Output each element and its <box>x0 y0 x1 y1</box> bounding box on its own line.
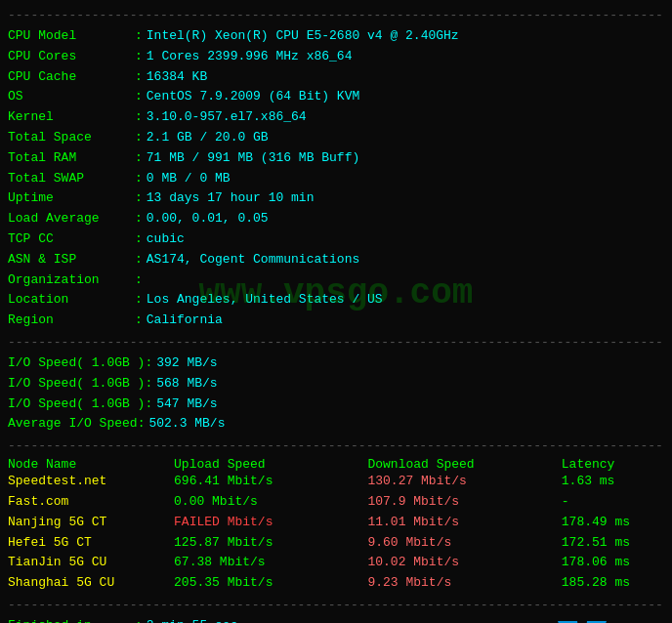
main-container: ----------------------------------------… <box>0 0 672 623</box>
system-value: 13 days 17 hour 10 min <box>147 188 315 209</box>
upload-speed: FAILED Mbit/s <box>174 513 367 533</box>
node-name: Fast.com <box>8 492 174 513</box>
system-value: Intel(R) Xeon(R) CPU E5-2680 v4 @ 2.40GH… <box>147 26 459 47</box>
download-speed: 107.9 Mbit/s <box>367 492 561 513</box>
system-row: CPU Model : Intel(R) Xeon(R) CPU E5-2680… <box>8 26 664 47</box>
node-name: Hefei 5G CT <box>8 533 174 554</box>
logo-area: 海客VPS VPS GO <box>553 616 664 623</box>
system-label: CPU Model <box>8 26 135 47</box>
node-name: Shanghai 5G CU <box>8 573 174 594</box>
download-speed: 9.23 Mbit/s <box>367 573 561 594</box>
col-upload: Upload Speed <box>174 457 367 472</box>
system-label: ASN & ISP <box>8 250 135 270</box>
latency-value: 178.49 ms <box>562 513 664 533</box>
upload-speed: 205.35 Mbit/s <box>174 573 367 594</box>
download-speed: 11.01 Mbit/s <box>367 513 561 533</box>
system-value: CentOS 7.9.2009 (64 Bit) KVM <box>147 87 359 107</box>
system-value: 1 Cores 2399.996 MHz x86_64 <box>147 47 353 67</box>
node-name: Speedtest.net <box>8 472 174 492</box>
io-label: Average I/O Speed <box>8 414 138 435</box>
latency-value: 1.63 ms <box>562 472 664 492</box>
upload-speed: 67.38 Mbit/s <box>174 553 367 573</box>
finished-row: Finished in : 2 min 55 sec <box>8 616 553 623</box>
io-value: 568 MB/s <box>156 374 217 395</box>
io-value: 392 MB/s <box>156 353 217 374</box>
latency-value: 172.51 ms <box>562 533 664 554</box>
network-row: TianJin 5G CU 67.38 Mbit/s 10.02 Mbit/s … <box>8 553 664 573</box>
system-value: 0.00, 0.01, 0.05 <box>147 209 269 229</box>
upload-speed: 0.00 Mbit/s <box>174 492 367 513</box>
latency-value: 178.06 ms <box>562 553 664 573</box>
download-speed: 9.60 Mbit/s <box>367 533 561 554</box>
io-value: 547 MB/s <box>156 395 217 415</box>
system-row: Location : Los Angeles, United States / … <box>8 290 664 311</box>
system-row: Total RAM : 71 MB / 991 MB (316 MB Buff) <box>8 148 664 169</box>
v-icon <box>553 616 611 623</box>
system-row: ASN & ISP : AS174, Cogent Communications <box>8 250 664 270</box>
system-label: OS <box>8 87 135 107</box>
system-value: 0 MB / 0 MB <box>147 169 231 189</box>
system-label: CPU Cache <box>8 67 135 88</box>
system-label: Total SWAP <box>8 169 135 189</box>
network-row: Fast.com 0.00 Mbit/s 107.9 Mbit/s - <box>8 492 664 513</box>
system-label: Organization <box>8 270 135 291</box>
io-value: 502.3 MB/s <box>148 414 225 435</box>
upload-speed: 125.87 Mbit/s <box>174 533 367 554</box>
system-row: Total Space : 2.1 GB / 20.0 GB <box>8 128 664 148</box>
network-section: Node Name Upload Speed Download Speed La… <box>8 457 664 594</box>
system-value: 71 MB / 991 MB (316 MB Buff) <box>147 148 359 169</box>
io-row: Average I/O Speed : 502.3 MB/s <box>8 414 664 435</box>
system-value: AS174, Cogent Communications <box>147 250 359 270</box>
v-logo <box>553 616 611 623</box>
footer-info: Finished in : 2 min 55 sec Timestamp : G… <box>8 616 553 623</box>
footer-section: Finished in : 2 min 55 sec Timestamp : G… <box>8 616 664 623</box>
latency-value: - <box>562 492 664 513</box>
system-row: CPU Cores : 1 Cores 2399.996 MHz x86_64 <box>8 47 664 67</box>
system-row: Load Average : 0.00, 0.01, 0.05 <box>8 209 664 229</box>
node-name: TianJin 5G CU <box>8 553 174 573</box>
system-row: Region : California <box>8 311 664 331</box>
network-row: Shanghai 5G CU 205.35 Mbit/s 9.23 Mbit/s… <box>8 573 664 594</box>
bottom-divider: ----------------------------------------… <box>8 598 664 612</box>
system-value: cubic <box>147 229 185 250</box>
system-row: TCP CC : cubic <box>8 229 664 250</box>
top-divider: ----------------------------------------… <box>8 8 664 22</box>
system-row: Kernel : 3.10.0-957.el7.x86_64 <box>8 107 664 128</box>
system-value: 16384 KB <box>147 67 207 88</box>
system-label: Total RAM <box>8 148 135 169</box>
system-label: Total Space <box>8 128 135 148</box>
finished-value: 2 min 55 sec <box>147 616 238 623</box>
col-node: Node Name <box>8 457 174 472</box>
system-label: CPU Cores <box>8 47 135 67</box>
download-speed: 10.02 Mbit/s <box>367 553 561 573</box>
network-table: Node Name Upload Speed Download Speed La… <box>8 457 664 594</box>
mid-divider-2: ----------------------------------------… <box>8 438 664 453</box>
system-value: Los Angeles, United States / US <box>147 290 383 311</box>
system-value: 2.1 GB / 20.0 GB <box>147 128 269 148</box>
io-label: I/O Speed( 1.0GB ) <box>8 374 145 395</box>
io-row: I/O Speed( 1.0GB ) : 568 MB/s <box>8 374 664 395</box>
system-label: Location <box>8 290 135 311</box>
system-row: Total SWAP : 0 MB / 0 MB <box>8 169 664 189</box>
io-row: I/O Speed( 1.0GB ) : 547 MB/s <box>8 395 664 415</box>
latency-value: 185.28 ms <box>562 573 664 594</box>
finished-label: Finished in <box>8 616 135 623</box>
system-row: OS : CentOS 7.9.2009 (64 Bit) KVM <box>8 87 664 107</box>
system-label: Uptime <box>8 188 135 209</box>
mid-divider-1: ----------------------------------------… <box>8 335 664 350</box>
io-label: I/O Speed( 1.0GB ) <box>8 353 145 374</box>
network-row: Speedtest.net 696.41 Mbit/s 130.27 Mbit/… <box>8 472 664 492</box>
col-latency: Latency <box>562 457 664 472</box>
io-section: I/O Speed( 1.0GB ) : 392 MB/s I/O Speed(… <box>8 353 664 435</box>
system-info-section: CPU Model : Intel(R) Xeon(R) CPU E5-2680… <box>8 26 664 331</box>
download-speed: 130.27 Mbit/s <box>367 472 561 492</box>
system-row: Organization : <box>8 270 664 291</box>
system-label: Kernel <box>8 107 135 128</box>
upload-speed: 696.41 Mbit/s <box>174 472 367 492</box>
system-label: TCP CC <box>8 229 135 250</box>
io-row: I/O Speed( 1.0GB ) : 392 MB/s <box>8 353 664 374</box>
system-row: CPU Cache : 16384 KB <box>8 67 664 88</box>
network-row: Hefei 5G CT 125.87 Mbit/s 9.60 Mbit/s 17… <box>8 533 664 554</box>
system-label: Region <box>8 311 135 331</box>
system-row: Uptime : 13 days 17 hour 10 min <box>8 188 664 209</box>
